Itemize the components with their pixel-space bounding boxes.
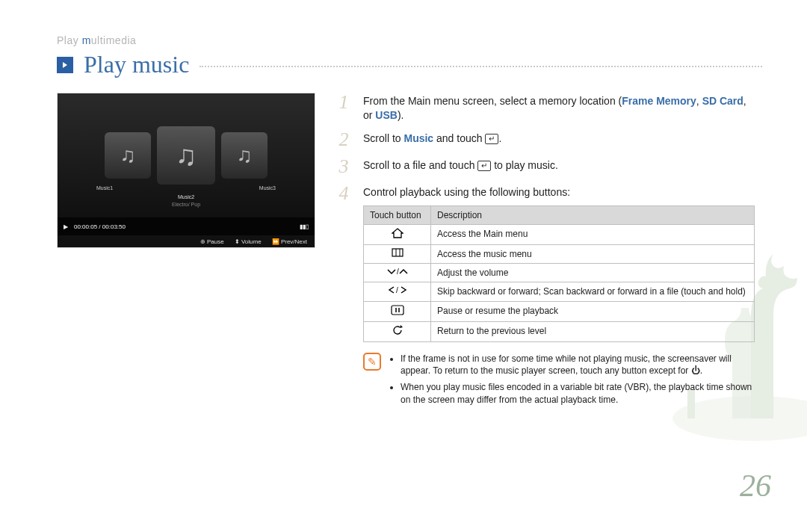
svg-text:/: / xyxy=(396,286,398,294)
tile-label-center: Music2 xyxy=(58,194,315,200)
back-icon xyxy=(392,325,404,337)
note-item: If the frame is not in use for some time… xyxy=(401,353,755,377)
tile-label-left: Music1 xyxy=(96,185,113,191)
table-row: Return to the previous level xyxy=(364,321,755,341)
tile-label-right: Music3 xyxy=(259,185,276,191)
hint-prevnext: ⏩ Prev/Next xyxy=(272,238,307,245)
grid-icon xyxy=(392,248,404,259)
breadcrumb: Play multimedia xyxy=(57,34,136,46)
play-indicator-icon: ▶ xyxy=(64,223,68,230)
album-tile-right: ♫ xyxy=(221,132,268,179)
step-1: 1 From the Main menu screen, select a me… xyxy=(335,93,755,123)
hint-pause: ⊕ Pause xyxy=(200,238,224,245)
step-4: 4 Control playback using the following b… xyxy=(335,184,755,410)
step-list: 1 From the Main menu screen, select a me… xyxy=(335,93,755,418)
play-pause-icon xyxy=(391,305,404,317)
tile-artist: Electro/ Pop xyxy=(58,202,315,207)
table-row: Pause or resume the playback xyxy=(364,301,755,321)
battery-icon: ▮▮▯ xyxy=(300,223,309,230)
title-arrow-icon xyxy=(57,57,73,73)
vol-updown-icon: / xyxy=(386,267,409,277)
step-2: 2 Scroll to Music and touch ↵. xyxy=(335,130,755,149)
table-head-button: Touch button xyxy=(364,205,431,224)
table-row: Access the Main menu xyxy=(364,224,755,244)
step-3: 3 Scroll to a file and touch ↵ to play m… xyxy=(335,157,755,176)
album-tile-center: ♫ xyxy=(157,126,215,185)
controls-table: Touch button Description Access the Main… xyxy=(363,205,755,342)
enter-icon: ↵ xyxy=(485,134,498,144)
device-screenshot: ♫ ♫ ♫ Music1 Music3 Music2 Electro/ Pop … xyxy=(57,93,315,248)
skip-leftright-icon: / xyxy=(386,285,409,296)
playback-time: 00:00:05 / 00:03:50 xyxy=(74,223,294,230)
svg-text:/: / xyxy=(397,267,399,276)
table-row: Access the music menu xyxy=(364,245,755,264)
table-row: / Adjust the volume xyxy=(364,264,755,282)
hint-volume: ⬍ Volume xyxy=(235,238,262,245)
title-divider xyxy=(200,66,762,67)
page-title: Play music xyxy=(84,51,189,78)
note-item: When you play music files encoded in a v… xyxy=(401,381,755,405)
svg-rect-2 xyxy=(392,249,403,256)
home-icon xyxy=(392,228,404,240)
table-row: / Skip backward or forward; Scan backwar… xyxy=(364,282,755,301)
enter-icon: ↵ xyxy=(477,161,491,171)
note-block: ✎ If the frame is not in use for some ti… xyxy=(363,353,755,410)
table-head-desc: Description xyxy=(431,205,755,224)
svg-rect-7 xyxy=(392,306,404,315)
album-tile-left: ♫ xyxy=(105,132,151,179)
note-icon: ✎ xyxy=(363,353,381,371)
page-number: 26 xyxy=(740,468,771,504)
